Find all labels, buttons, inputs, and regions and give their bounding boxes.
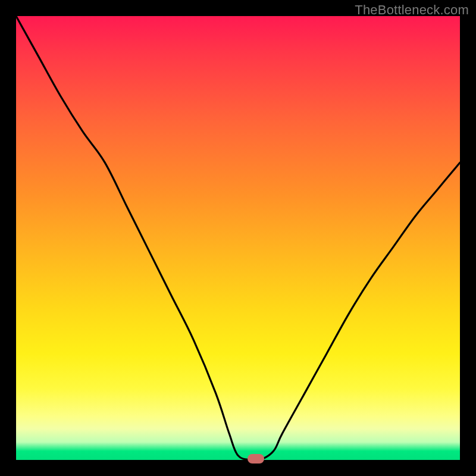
watermark-text: TheBottleneck.com <box>355 2 469 18</box>
chart-frame: TheBottleneck.com <box>0 0 476 476</box>
optimal-marker <box>248 454 264 464</box>
plot-area <box>16 16 460 460</box>
bottleneck-curve <box>16 16 460 460</box>
